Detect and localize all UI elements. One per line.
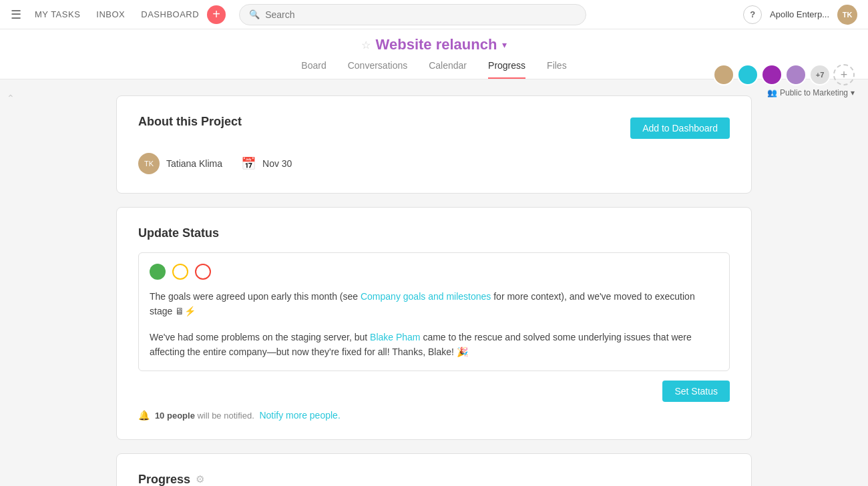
set-status-button[interactable]: Set Status <box>662 381 730 402</box>
project-meta: TK Tatiana Klima 📅 Nov 30 <box>138 153 730 174</box>
nav-my-tasks[interactable]: MY TASKS <box>35 9 80 19</box>
add-member-button[interactable]: + <box>833 64 855 85</box>
status-indicators <box>150 264 718 280</box>
members-row: +7 + <box>713 64 855 85</box>
visibility-row[interactable]: 👥 Public to Marketing ▾ <box>767 88 855 97</box>
project-title-row: ☆ Website relaunch ▾ <box>0 36 868 53</box>
tab-progress[interactable]: Progress <box>488 60 525 79</box>
help-button[interactable]: ? <box>743 5 762 24</box>
tab-calendar[interactable]: Calendar <box>429 60 467 79</box>
update-status-title: Update Status <box>138 226 730 240</box>
nav-dashboard[interactable]: DASHBOARD <box>141 9 199 19</box>
about-project-card: About this Project Add to Dashboard TK T… <box>116 95 752 194</box>
about-project-header: About this Project Add to Dashboard <box>138 115 730 141</box>
add-dashboard-button[interactable]: Add to Dashboard <box>630 117 730 139</box>
status-dot-green[interactable] <box>150 264 166 280</box>
main-content: About this Project Add to Dashboard TK T… <box>100 79 768 486</box>
user-avatar[interactable]: TK <box>837 5 857 25</box>
status-footer: 🔔 10 people will be notified. Notify mor… <box>138 410 730 421</box>
visibility-icon: 👥 <box>767 88 777 97</box>
menu-icon[interactable]: ☰ <box>11 7 21 22</box>
status-paragraph-1: The goals were agreed upon early this mo… <box>150 289 718 319</box>
blake-pham-link[interactable]: Blake Pham <box>370 332 420 342</box>
tab-files[interactable]: Files <box>547 60 567 79</box>
star-icon[interactable]: ☆ <box>361 39 371 51</box>
owner-meta: TK Tatiana Klima <box>138 153 222 174</box>
progress-title: Progress <box>138 473 190 486</box>
search-input[interactable] <box>265 9 576 20</box>
sidebar-collapse-icon[interactable]: ⌃ <box>7 93 15 103</box>
calendar-icon: 📅 <box>241 156 256 171</box>
notify-count: 10 people will be notified. <box>155 411 256 421</box>
due-date: Nov 30 <box>262 158 292 169</box>
bell-icon: 🔔 <box>138 410 150 421</box>
search-bar: 🔍 <box>239 4 586 25</box>
member-avatar-2[interactable] <box>737 64 758 85</box>
search-icon: 🔍 <box>249 9 260 19</box>
tab-conversations[interactable]: Conversations <box>348 60 408 79</box>
add-button[interactable]: + <box>207 5 226 24</box>
status-dot-red[interactable] <box>195 264 211 280</box>
visibility-chevron: ▾ <box>851 88 855 97</box>
project-title: Website relaunch <box>376 36 497 53</box>
member-avatar-4[interactable] <box>785 64 807 85</box>
progress-card: Progress ⚙ 17 Tasks Remaining 12 Tasks C… <box>116 453 752 486</box>
member-count[interactable]: +7 <box>809 64 831 85</box>
nav-inbox[interactable]: INBOX <box>96 9 125 19</box>
member-avatar-1[interactable] <box>713 64 734 85</box>
project-header: ☆ Website relaunch ▾ +7 + 👥 Public to Ma… <box>0 29 868 79</box>
status-dot-yellow[interactable] <box>172 264 188 280</box>
owner-avatar: TK <box>138 153 160 174</box>
org-name: Apollo Enterp... <box>770 9 829 19</box>
project-title-chevron[interactable]: ▾ <box>502 39 507 50</box>
nav-right: ? Apollo Enterp... TK <box>743 5 857 25</box>
status-box: The goals were agreed upon early this mo… <box>138 252 730 371</box>
company-goals-link[interactable]: Company goals and milestones <box>361 291 491 302</box>
nav-links: MY TASKS INBOX DASHBOARD <box>35 9 199 19</box>
status-paragraph-2: We've had some problems on the staging s… <box>150 330 718 360</box>
due-date-meta: 📅 Nov 30 <box>241 156 292 171</box>
notify-info: 🔔 10 people will be notified. Notify mor… <box>138 410 341 421</box>
visibility-label: Public to Marketing <box>780 88 848 97</box>
about-project-title: About this Project <box>138 115 242 129</box>
notify-more-link[interactable]: Notify more people. <box>259 410 340 421</box>
tab-board[interactable]: Board <box>301 60 326 79</box>
gear-icon[interactable]: ⚙ <box>196 473 204 485</box>
set-status-row: Set Status <box>138 381 730 402</box>
progress-header: Progress ⚙ <box>138 473 730 486</box>
owner-name: Tatiana Klima <box>166 158 222 169</box>
top-nav: ☰ MY TASKS INBOX DASHBOARD + 🔍 ? Apollo … <box>0 0 868 29</box>
update-status-card: Update Status The goals were agreed upon… <box>116 207 752 440</box>
member-avatar-3[interactable] <box>761 64 783 85</box>
